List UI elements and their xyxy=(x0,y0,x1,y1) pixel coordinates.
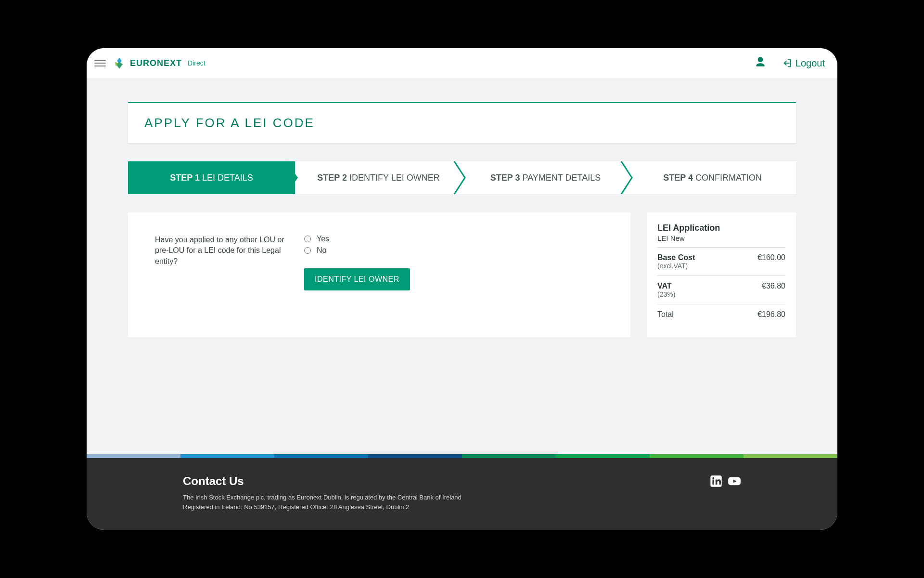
logo-icon xyxy=(113,56,126,70)
brand-logo[interactable]: EURONEXT Direct xyxy=(113,56,205,70)
summary-row-vat: VAT (23%) €36.80 xyxy=(657,276,785,304)
logout-button[interactable]: Logout xyxy=(782,58,825,69)
step-4[interactable]: STEP 4 CONFIRMATION xyxy=(629,161,796,194)
form-card: Have you applied to any other LOU or pre… xyxy=(128,212,630,337)
svg-rect-5 xyxy=(712,480,714,485)
linkedin-icon[interactable] xyxy=(709,474,723,488)
brand-name: EURONEXT xyxy=(130,58,182,68)
identify-lei-owner-button[interactable]: IDENTIFY LEI OWNER xyxy=(304,268,410,290)
radio-yes[interactable]: Yes xyxy=(304,235,410,243)
footer-contact: Contact Us The Irish Stock Exchange plc,… xyxy=(183,474,462,512)
footer-line2: Registered in Ireland: No 539157, Regist… xyxy=(183,502,462,512)
main-row: Have you applied to any other LOU or pre… xyxy=(128,212,796,337)
content-area: APPLY FOR A LEI CODE STEP 1 LEI DETAILS … xyxy=(87,78,837,454)
page-title: APPLY FOR A LEI CODE xyxy=(144,116,780,131)
radio-yes-label: Yes xyxy=(317,235,329,243)
radio-no-input[interactable] xyxy=(304,247,311,254)
summary-title: LEI Application xyxy=(657,223,785,233)
app-window: EURONEXT Direct Logout APPLY FOR A LEI C… xyxy=(87,48,837,530)
footer-contact-title: Contact Us xyxy=(183,474,462,488)
radio-group: Yes No IDENTIFY LEI OWNER xyxy=(304,235,410,290)
menu-icon[interactable] xyxy=(94,57,106,69)
step-3[interactable]: STEP 3 PAYMENT DETAILS xyxy=(462,161,629,194)
radio-yes-input[interactable] xyxy=(304,236,311,242)
step-2[interactable]: STEP 2 IDENTIFY LEI OWNER xyxy=(295,161,462,194)
footer: Contact Us The Irish Stock Exchange plc,… xyxy=(87,454,837,530)
radio-no-label: No xyxy=(317,246,326,255)
footer-socials xyxy=(709,474,741,512)
radio-no[interactable]: No xyxy=(304,246,410,255)
question-label: Have you applied to any other LOU or pre… xyxy=(155,235,290,290)
logout-label: Logout xyxy=(796,58,825,69)
page-title-bar: APPLY FOR A LEI CODE xyxy=(128,102,796,143)
step-1[interactable]: STEP 1 LEI DETAILS xyxy=(128,161,295,194)
brand-sub: Direct xyxy=(188,59,205,67)
logout-icon xyxy=(782,58,793,68)
summary-subtitle: LEI New xyxy=(657,234,785,248)
stepper: STEP 1 LEI DETAILS STEP 2 IDENTIFY LEI O… xyxy=(128,161,796,194)
footer-color-strip xyxy=(87,454,837,458)
summary-row-base: Base Cost (excl.VAT) €160.00 xyxy=(657,248,785,276)
footer-line1: The Irish Stock Exchange plc, trading as… xyxy=(183,493,462,502)
youtube-icon[interactable] xyxy=(728,474,741,488)
summary-card: LEI Application LEI New Base Cost (excl.… xyxy=(647,212,796,337)
svg-point-6 xyxy=(712,477,714,479)
topbar: EURONEXT Direct Logout xyxy=(87,48,837,78)
user-icon[interactable] xyxy=(754,56,767,70)
summary-row-total: Total €196.80 xyxy=(657,304,785,325)
